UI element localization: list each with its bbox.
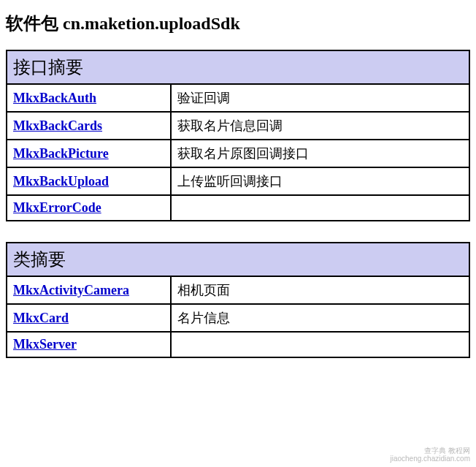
interface-link[interactable]: MkxBackCards (13, 118, 102, 133)
table-row: MkxServer (7, 332, 469, 357)
interface-link[interactable]: MkxBackAuth (13, 91, 96, 105)
table-row: MkxBackUpload 上传监听回调接口 (7, 167, 469, 195)
title-prefix: 软件包 (6, 14, 63, 33)
interface-desc: 上传监听回调接口 (171, 167, 469, 195)
interface-desc: 获取名片信息回调 (171, 112, 469, 140)
interface-summary-table: 接口摘要 MkxBackAuth 验证回调 MkxBackCards 获取名片信… (6, 50, 470, 221)
table-row: MkxBackCards 获取名片信息回调 (7, 112, 469, 140)
interface-desc: 验证回调 (171, 84, 469, 112)
interface-link[interactable]: MkxBackUpload (13, 174, 109, 189)
table-row: MkxActivityCamera 相机页面 (7, 276, 469, 304)
class-desc: 名片信息 (171, 304, 469, 332)
interface-summary-header: 接口摘要 (7, 50, 469, 84)
table-row: MkxErrorCode (7, 195, 469, 221)
class-link[interactable]: MkxActivityCamera (13, 283, 129, 297)
table-row: MkxBackPicture 获取名片原图回调接口 (7, 140, 469, 167)
page-title: 软件包 cn.maketion.uploadSdk (6, 12, 470, 35)
class-link[interactable]: MkxServer (13, 337, 77, 352)
table-row: MkxBackAuth 验证回调 (7, 84, 469, 112)
class-desc: 相机页面 (171, 276, 469, 304)
interface-link[interactable]: MkxBackPicture (13, 146, 109, 161)
class-summary-table: 类摘要 MkxActivityCamera 相机页面 MkxCard 名片信息 … (6, 242, 470, 358)
interface-link[interactable]: MkxErrorCode (13, 200, 101, 215)
class-summary-header: 类摘要 (7, 243, 469, 276)
interface-desc: 获取名片原图回调接口 (171, 140, 469, 167)
class-link[interactable]: MkxCard (13, 311, 69, 325)
table-row: MkxCard 名片信息 (7, 304, 469, 332)
class-desc (171, 332, 469, 357)
title-package: cn.maketion.uploadSdk (63, 14, 240, 33)
interface-desc (171, 195, 469, 221)
